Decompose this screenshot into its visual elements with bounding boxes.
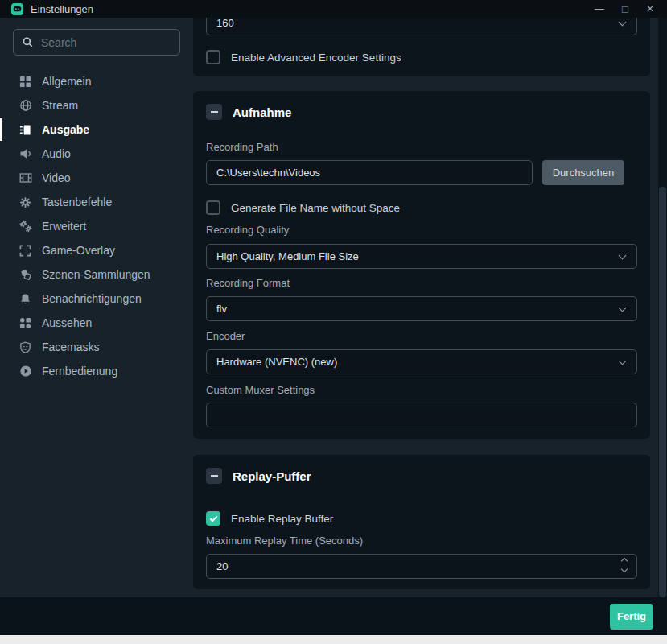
done-button[interactable]: Fertig (610, 604, 653, 630)
muxer-label: Custom Muxer Settings (206, 384, 637, 396)
settings-sidebar: Allgemein Stream Ausgabe Audio Video (0, 18, 193, 597)
recording-format-select[interactable]: flv (206, 296, 637, 321)
encoder-value: Hardware (NVENC) (new) (216, 356, 337, 368)
sidebar-nav: Allgemein Stream Ausgabe Audio Video (0, 69, 193, 383)
chevron-down-icon (619, 357, 627, 365)
recording-path-value: C:\Users\techn\Videos (216, 167, 320, 179)
gear-icon (19, 196, 32, 209)
sidebar-item-label: Audio (42, 147, 71, 160)
sidebar-item-video[interactable]: Video (0, 166, 193, 190)
browse-button[interactable]: Durchsuchen (542, 160, 624, 185)
enable-replay-checkbox[interactable] (206, 511, 220, 526)
maximize-icon[interactable]: □ (622, 4, 628, 14)
encoder-label: Encoder (206, 330, 637, 342)
sidebar-item-label: Game-Overlay (42, 244, 115, 257)
search-box[interactable] (13, 29, 180, 56)
settings-content: 160 Enable Advanced Encoder Settings Auf… (193, 18, 667, 597)
gears-icon (19, 220, 32, 233)
section-title-aufnahme: Aufnahme (233, 105, 291, 119)
sidebar-item-label: Video (42, 171, 71, 184)
speaker-icon (19, 147, 32, 161)
recording-quality-label: Recording Quality (206, 224, 637, 236)
sidebar-item-label: Facemasks (42, 341, 100, 353)
sidebar-item-fernbedienung[interactable]: Fernbedienung (0, 359, 193, 383)
sidebar-item-label: Ausgabe (42, 123, 89, 136)
title-bar: Einstellungen — □ ✕ (0, 0, 667, 18)
encoder-preset-value: 160 (216, 18, 234, 29)
remote-icon (19, 365, 32, 378)
globe-icon (19, 99, 32, 113)
muxer-input[interactable] (206, 402, 637, 427)
recording-format-label: Recording Format (206, 277, 637, 289)
window-title: Einstellungen (31, 3, 93, 15)
sidebar-item-label: Aussehen (42, 316, 92, 329)
active-indicator (0, 118, 2, 141)
sidebar-item-ausgabe[interactable]: Ausgabe (0, 118, 193, 142)
sidebar-item-audio[interactable]: Audio (0, 142, 193, 166)
search-icon (22, 36, 34, 48)
sidebar-item-aussehen[interactable]: Aussehen (0, 311, 193, 335)
sidebar-item-label: Szenen-Sammlungen (42, 268, 150, 281)
recording-format-value: flv (216, 303, 227, 315)
no-space-checkbox-row: Generate File Name without Space (206, 200, 637, 215)
chevron-down-icon (619, 304, 627, 312)
bell-icon (19, 292, 32, 306)
sidebar-item-label: Erweitert (42, 220, 86, 233)
advanced-encoder-checkbox-label: Enable Advanced Encoder Settings (231, 52, 401, 64)
enable-replay-checkbox-row: Enable Replay Buffer (206, 511, 637, 526)
scenes-icon (19, 268, 32, 282)
sidebar-item-benachrichtigungen[interactable]: Benachrichtigungen (0, 287, 193, 311)
close-icon[interactable]: ✕ (646, 4, 654, 14)
sidebar-item-tastenbefehle[interactable]: Tastenbefehle (0, 190, 193, 214)
sidebar-item-label: Allgemein (42, 75, 91, 88)
max-replay-time-input[interactable]: 20 (206, 554, 637, 579)
encoder-select[interactable]: Hardware (NVENC) (new) (206, 349, 637, 374)
sidebar-item-game-overlay[interactable]: Game-Overlay (0, 238, 193, 262)
collapse-minus-icon[interactable] (206, 104, 222, 120)
max-replay-time-label: Maximum Replay Time (Seconds) (206, 535, 637, 547)
recording-quality-value: High Quality, Medium File Size (216, 250, 359, 262)
advanced-encoder-checkbox-row: Enable Advanced Encoder Settings (206, 50, 637, 64)
spinner-down-icon[interactable] (621, 566, 628, 572)
encoder-settings-card: 160 Enable Advanced Encoder Settings (193, 18, 650, 76)
mask-icon (19, 341, 32, 354)
sidebar-item-label: Benachrichtigungen (42, 292, 142, 305)
appearance-icon (19, 316, 32, 330)
recording-quality-select[interactable]: High Quality, Medium File Size (206, 244, 637, 269)
streamlabs-logo-icon (11, 3, 23, 15)
sidebar-item-label: Tastenbefehle (42, 196, 112, 208)
sidebar-item-stream[interactable]: Stream (0, 93, 193, 118)
sidebar-item-facemasks[interactable]: Facemasks (0, 335, 193, 359)
chevron-down-icon (619, 19, 627, 27)
sidebar-item-label: Stream (42, 99, 78, 112)
expand-icon (19, 244, 32, 258)
recording-card: Aufnahme Recording Path C:\Users\techn\V… (193, 91, 650, 439)
advanced-encoder-checkbox[interactable] (206, 50, 220, 64)
film-icon (19, 171, 32, 185)
spinner-up-icon[interactable] (621, 558, 628, 564)
grid-icon (19, 75, 32, 89)
recording-path-label: Recording Path (206, 141, 637, 153)
scrollbar-thumb[interactable] (659, 187, 666, 597)
recording-path-input[interactable]: C:\Users\techn\Videos (206, 160, 533, 185)
minimize-icon[interactable]: — (595, 4, 604, 14)
section-title-replay-puffer: Replay-Puffer (233, 469, 311, 483)
scrollbar-track[interactable] (658, 18, 667, 597)
sidebar-item-allgemein[interactable]: Allgemein (0, 69, 193, 93)
no-space-checkbox-label: Generate File Name without Space (231, 202, 400, 214)
output-icon (19, 123, 32, 137)
sidebar-item-szenen-sammlungen[interactable]: Szenen-Sammlungen (0, 262, 193, 287)
search-input[interactable] (41, 36, 162, 49)
number-spinner[interactable] (622, 559, 627, 572)
max-replay-time-value: 20 (216, 560, 228, 572)
footer-bar: Fertig (0, 597, 667, 635)
encoder-preset-select[interactable]: 160 (206, 18, 637, 35)
bottom-outside-strip (0, 635, 667, 644)
sidebar-item-erweitert[interactable]: Erweitert (0, 214, 193, 238)
replay-buffer-card: Replay-Puffer Enable Replay Buffer Maxim… (193, 455, 650, 589)
enable-replay-checkbox-label: Enable Replay Buffer (231, 513, 333, 525)
sidebar-item-label: Fernbedienung (42, 365, 117, 378)
chevron-down-icon (619, 252, 627, 260)
collapse-minus-icon[interactable] (206, 468, 222, 484)
no-space-checkbox[interactable] (206, 200, 220, 215)
